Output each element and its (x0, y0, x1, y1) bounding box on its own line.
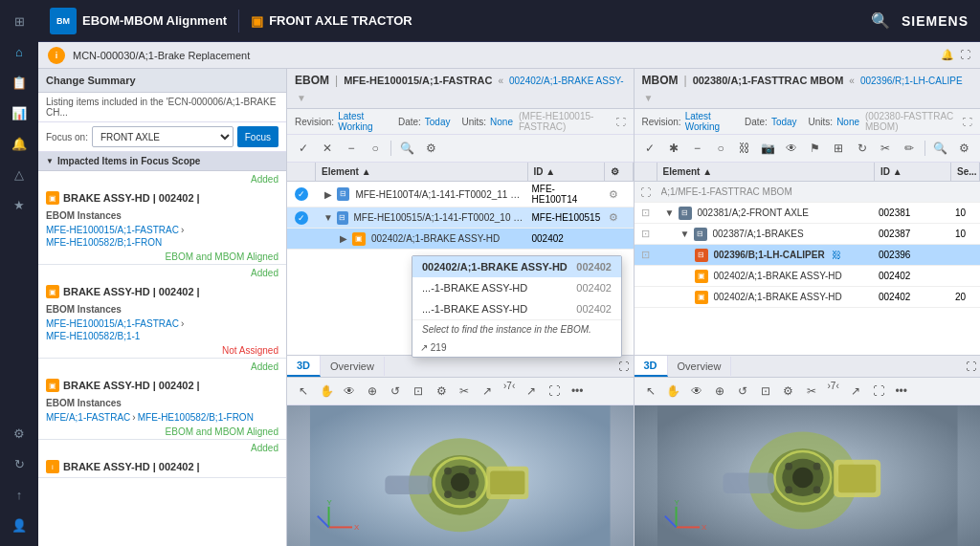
dropdown-item-3[interactable]: ...-1-BRAKE ASSY-HD 002402 (412, 298, 621, 319)
ebom-row-1[interactable]: ✓ ▶ ⊟ MFE-HE100T4/A;1-141-FT0002_11 LINK… (287, 182, 634, 207)
change-item-2: Added ▣ BRAKE ASSY-HD | 002402 | EBOM In… (38, 265, 286, 359)
mbom-revision-select[interactable]: Latest Working (685, 111, 733, 132)
mbom-tb-replace[interactable]: ↻ (852, 138, 873, 159)
vt-ruler[interactable]: ↗ (477, 381, 498, 402)
mbom-date-select[interactable]: Today (771, 117, 797, 127)
vt-eye[interactable]: 👁 (339, 381, 360, 402)
mbom-row-4[interactable]: ▣ 002402/A;1-BRAKE ASSY-HD 002402 (635, 266, 981, 287)
mbom-row-1[interactable]: ⊡ ▼ ⊟ 002381/A;2-FRONT AXLE 002381 10 (635, 203, 981, 224)
vt-more[interactable]: ••• (567, 381, 588, 402)
mbom-tab-overview[interactable]: Overview (668, 357, 732, 376)
row2-expand[interactable]: ▼ (323, 212, 334, 224)
sidebar-icon-star[interactable]: ★ (4, 191, 34, 218)
mbom-link[interactable]: 002396/R;1-LH-CALIPE (860, 76, 963, 86)
tb-filter-btn[interactable]: ⚙ (420, 138, 441, 159)
date-select[interactable]: Today (425, 117, 451, 127)
mbom-expand-icon[interactable]: ⛶ (963, 117, 972, 127)
row1-expand[interactable]: ▶ (323, 188, 334, 200)
vt-expand2[interactable]: ⛶ (544, 381, 565, 402)
tb-circle-btn[interactable]: ○ (365, 138, 386, 159)
vt-cursor[interactable]: ↖ (293, 381, 314, 402)
vt-info[interactable]: ⚙ (431, 381, 452, 402)
tb-x-btn[interactable]: ✕ (317, 138, 338, 159)
vt-hand[interactable]: ✋ (316, 381, 337, 402)
row2-gear[interactable]: ⚙ (605, 209, 634, 226)
ebom-tab-overview[interactable]: Overview (321, 357, 385, 376)
mbom-row-3[interactable]: ⊡ ⊟ 002396/B;1-LH-CALIPER ⛓ 002396 (635, 245, 981, 266)
mbom-units-select[interactable]: None (836, 117, 859, 127)
ebom-viewer-expand[interactable]: ⛶ (614, 357, 634, 376)
mbom-tb-eye[interactable]: 👁 (781, 138, 802, 159)
sidebar-icon-chart[interactable]: 📊 (4, 99, 34, 126)
tb-check-btn[interactable]: ✓ (293, 138, 314, 159)
revision-select[interactable]: Latest Working (338, 111, 387, 132)
mbom-tb-minus[interactable]: − (687, 138, 708, 159)
focus-button[interactable]: Focus (237, 126, 278, 147)
mbom-vt-zoom[interactable]: ⊕ (709, 381, 730, 402)
row3-gear[interactable] (605, 237, 634, 241)
mbom-tb-flag[interactable]: ⚑ (805, 138, 826, 159)
vt-arrow[interactable]: ↗ (521, 381, 542, 402)
units-select[interactable]: None (490, 117, 513, 127)
sidebar-icon-refresh[interactable]: ↻ (4, 450, 34, 477)
mbom-tb-edit[interactable]: ✏ (899, 138, 920, 159)
mbom-tab-3d[interactable]: 3D (635, 356, 668, 377)
ebom-row-3[interactable]: ▶ ▣ 002402/A;1-BRAKE ASSY-HD 002402 (287, 229, 634, 250)
ebom-row-2[interactable]: ✓ ▼ ⊟ MFE-HE100515/A;1-141-FT0002_10 STA… (287, 207, 634, 229)
mbom-vt-more[interactable]: ••• (891, 381, 912, 402)
mbom-row-2[interactable]: ⊡ ▼ ⊟ 002387/A;1-BRAKES 002387 10 (635, 224, 981, 245)
focus-select[interactable]: FRONT AXLE (92, 126, 234, 147)
row3-expand[interactable]: ▶ (338, 233, 349, 245)
svg-point-26 (813, 486, 820, 493)
mbom-row2-expand[interactable]: ▼ (679, 229, 691, 240)
mbom-row-0[interactable]: ⛶ A;1/MFE-1-FASTTRAC MBOM (635, 182, 981, 203)
sidebar-icon-settings[interactable]: ⚙ (4, 420, 34, 447)
vt-zoom[interactable]: ⊕ (362, 381, 383, 402)
mbom-tb-check[interactable]: ✓ (640, 138, 661, 159)
mbom-tb-cut2[interactable]: ✂ (876, 138, 897, 159)
vt-rotate[interactable]: ↺ (385, 381, 406, 402)
col-settings[interactable]: ⚙ (605, 163, 634, 181)
mbom-vt-cut[interactable]: ✂ (801, 381, 822, 402)
mbom-vt-arrow[interactable]: ↗ (845, 381, 866, 402)
mbom-tb-circle[interactable]: ○ (710, 138, 731, 159)
item2-name: BRAKE ASSY-HD | 002402 | (63, 286, 200, 297)
dropdown-item-2[interactable]: ...-1-BRAKE ASSY-HD 002402 (412, 277, 621, 298)
sidebar-icon-grid[interactable]: ⊞ (4, 8, 34, 34)
vt-cut[interactable]: ✂ (454, 381, 475, 402)
mbom-row-5[interactable]: ▣ 002402/A;1-BRAKE ASSY-HD 002402 20 (635, 287, 981, 308)
row1-gear[interactable]: ⚙ (605, 186, 634, 203)
mbom-tb-asterisk[interactable]: ✱ (663, 138, 684, 159)
mbom-vt-info[interactable]: ⚙ (778, 381, 799, 402)
sidebar-icon-triangle[interactable]: △ (4, 161, 34, 187)
ebom-link[interactable]: 002402/A;1-BRAKE ASSY- (509, 76, 624, 86)
mbom-tb-link[interactable]: ⛓ (734, 138, 755, 159)
mbom-tb-filter[interactable]: ⚙ (953, 138, 974, 159)
sidebar-icon-doc[interactable]: 📋 (4, 69, 34, 96)
mcn-expand-icon[interactable]: ⛶ (960, 49, 970, 61)
ebom-tab-3d[interactable]: 3D (287, 356, 321, 377)
dropdown-item-1[interactable]: 002402/A;1-BRAKE ASSY-HD 002402 (412, 256, 621, 277)
sidebar-icon-upload[interactable]: ↑ (4, 481, 34, 508)
sidebar-icon-bell[interactable]: 🔔 (4, 130, 34, 157)
tb-search-btn[interactable]: 🔍 (396, 138, 417, 159)
sidebar-icon-user[interactable]: 👤 (4, 512, 34, 538)
mbom-vt-rotate[interactable]: ↺ (732, 381, 753, 402)
mbom-row1-expand[interactable]: ▼ (664, 207, 676, 219)
sidebar-icon-home[interactable]: ⌂ (4, 38, 34, 65)
mcn-bell-icon[interactable]: 🔔 (941, 49, 954, 61)
mbom-vt-cursor[interactable]: ↖ (640, 381, 661, 402)
mbom-row3-link[interactable]: ⛓ (832, 250, 841, 260)
mbom-tb-copy[interactable]: ⊞ (828, 138, 849, 159)
mbom-tb-photo[interactable]: 📷 (758, 138, 779, 159)
mbom-vt-fit[interactable]: ⊡ (755, 381, 776, 402)
mbom-viewer-expand[interactable]: ⛶ (961, 357, 980, 376)
tb-minus-btn[interactable]: − (341, 138, 362, 159)
mbom-vt-hand[interactable]: ✋ (663, 381, 684, 402)
mbom-vt-expand2[interactable]: ⛶ (868, 381, 889, 402)
mbom-tb-search[interactable]: 🔍 (930, 138, 951, 159)
search-icon[interactable]: 🔍 (871, 11, 890, 30)
ebom-expand-icon[interactable]: ⛶ (616, 117, 626, 127)
vt-fit[interactable]: ⊡ (408, 381, 429, 402)
mbom-vt-eye[interactable]: 👁 (686, 381, 707, 402)
